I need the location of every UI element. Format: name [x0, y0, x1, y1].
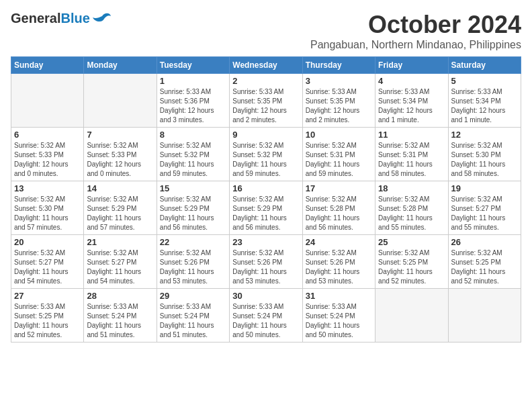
- day-cell: 18Sunrise: 5:32 AM Sunset: 5:28 PM Dayli…: [375, 181, 448, 235]
- day-cell: 11Sunrise: 5:32 AM Sunset: 5:31 PM Dayli…: [375, 128, 448, 181]
- day-cell: 25Sunrise: 5:32 AM Sunset: 5:25 PM Dayli…: [375, 235, 448, 289]
- day-cell: 5Sunrise: 5:33 AM Sunset: 5:34 PM Daylig…: [448, 74, 521, 128]
- day-cell: 13Sunrise: 5:32 AM Sunset: 5:30 PM Dayli…: [11, 181, 84, 235]
- day-number: 21: [87, 237, 153, 247]
- location-subtitle: Pangabuan, Northern Mindanao, Philippine…: [310, 39, 521, 51]
- day-cell: 16Sunrise: 5:32 AM Sunset: 5:29 PM Dayli…: [230, 181, 302, 235]
- day-number: 29: [160, 291, 226, 301]
- day-number: 19: [451, 183, 518, 193]
- day-cell: 15Sunrise: 5:32 AM Sunset: 5:29 PM Dayli…: [157, 181, 229, 235]
- day-cell: [84, 74, 157, 128]
- day-info: Sunrise: 5:32 AM Sunset: 5:30 PM Dayligh…: [14, 195, 81, 232]
- day-info: Sunrise: 5:32 AM Sunset: 5:28 PM Dayligh…: [306, 195, 372, 232]
- week-row-1: 1Sunrise: 5:33 AM Sunset: 5:36 PM Daylig…: [11, 74, 521, 128]
- week-row-5: 27Sunrise: 5:33 AM Sunset: 5:25 PM Dayli…: [11, 289, 521, 342]
- day-cell: [11, 74, 84, 128]
- col-header-saturday: Saturday: [448, 57, 521, 74]
- day-number: 5: [451, 76, 518, 86]
- day-number: 17: [306, 183, 372, 193]
- logo-bird-icon: [93, 11, 112, 26]
- day-number: 20: [14, 237, 81, 247]
- day-number: 16: [232, 183, 299, 193]
- day-cell: 12Sunrise: 5:32 AM Sunset: 5:30 PM Dayli…: [448, 128, 521, 181]
- day-info: Sunrise: 5:32 AM Sunset: 5:33 PM Dayligh…: [87, 141, 153, 179]
- day-cell: [448, 289, 521, 342]
- day-number: 26: [451, 237, 518, 247]
- day-number: 3: [306, 76, 372, 86]
- day-info: Sunrise: 5:33 AM Sunset: 5:24 PM Dayligh…: [306, 302, 372, 340]
- day-cell: 27Sunrise: 5:33 AM Sunset: 5:25 PM Dayli…: [11, 289, 84, 342]
- day-cell: 14Sunrise: 5:32 AM Sunset: 5:29 PM Dayli…: [84, 181, 157, 235]
- month-title: October 2024: [310, 11, 521, 39]
- day-info: Sunrise: 5:33 AM Sunset: 5:36 PM Dayligh…: [160, 87, 226, 125]
- day-number: 6: [14, 130, 81, 140]
- day-number: 12: [451, 130, 518, 140]
- logo-blue: Blue: [60, 11, 89, 26]
- day-cell: [375, 289, 448, 342]
- day-cell: 29Sunrise: 5:33 AM Sunset: 5:24 PM Dayli…: [157, 289, 229, 342]
- title-block: October 2024 Pangabuan, Northern Mindana…: [310, 11, 521, 51]
- day-number: 15: [160, 183, 226, 193]
- day-info: Sunrise: 5:32 AM Sunset: 5:31 PM Dayligh…: [378, 141, 445, 179]
- day-cell: 28Sunrise: 5:33 AM Sunset: 5:24 PM Dayli…: [84, 289, 157, 342]
- day-number: 23: [232, 237, 299, 247]
- day-info: Sunrise: 5:32 AM Sunset: 5:31 PM Dayligh…: [306, 141, 372, 179]
- col-header-monday: Monday: [84, 57, 157, 74]
- day-number: 30: [232, 291, 299, 301]
- day-info: Sunrise: 5:33 AM Sunset: 5:25 PM Dayligh…: [14, 302, 81, 340]
- col-header-friday: Friday: [375, 57, 448, 74]
- day-info: Sunrise: 5:32 AM Sunset: 5:33 PM Dayligh…: [14, 141, 81, 179]
- day-number: 8: [160, 130, 226, 140]
- week-row-4: 20Sunrise: 5:32 AM Sunset: 5:27 PM Dayli…: [11, 235, 521, 289]
- day-cell: 21Sunrise: 5:32 AM Sunset: 5:27 PM Dayli…: [84, 235, 157, 289]
- day-number: 4: [378, 76, 445, 86]
- day-info: Sunrise: 5:33 AM Sunset: 5:35 PM Dayligh…: [306, 87, 372, 125]
- day-cell: 19Sunrise: 5:32 AM Sunset: 5:27 PM Dayli…: [448, 181, 521, 235]
- day-number: 14: [87, 183, 153, 193]
- day-cell: 9Sunrise: 5:32 AM Sunset: 5:32 PM Daylig…: [230, 128, 302, 181]
- day-info: Sunrise: 5:32 AM Sunset: 5:28 PM Dayligh…: [378, 195, 445, 232]
- day-cell: 20Sunrise: 5:32 AM Sunset: 5:27 PM Dayli…: [11, 235, 84, 289]
- day-cell: 7Sunrise: 5:32 AM Sunset: 5:33 PM Daylig…: [84, 128, 157, 181]
- day-cell: 31Sunrise: 5:33 AM Sunset: 5:24 PM Dayli…: [302, 289, 375, 342]
- day-number: 18: [378, 183, 445, 193]
- col-header-wednesday: Wednesday: [230, 57, 302, 74]
- header-row: SundayMondayTuesdayWednesdayThursdayFrid…: [11, 57, 521, 74]
- day-info: Sunrise: 5:33 AM Sunset: 5:34 PM Dayligh…: [451, 87, 518, 125]
- day-info: Sunrise: 5:32 AM Sunset: 5:30 PM Dayligh…: [451, 141, 518, 179]
- day-number: 27: [14, 291, 81, 301]
- day-info: Sunrise: 5:32 AM Sunset: 5:26 PM Dayligh…: [160, 248, 226, 286]
- week-row-2: 6Sunrise: 5:32 AM Sunset: 5:33 PM Daylig…: [11, 128, 521, 181]
- day-number: 28: [87, 291, 153, 301]
- day-info: Sunrise: 5:32 AM Sunset: 5:25 PM Dayligh…: [378, 248, 445, 286]
- day-info: Sunrise: 5:33 AM Sunset: 5:35 PM Dayligh…: [232, 87, 299, 125]
- day-info: Sunrise: 5:32 AM Sunset: 5:29 PM Dayligh…: [87, 195, 153, 232]
- day-cell: 24Sunrise: 5:32 AM Sunset: 5:26 PM Dayli…: [302, 235, 375, 289]
- day-number: 11: [378, 130, 445, 140]
- day-number: 10: [306, 130, 372, 140]
- day-number: 25: [378, 237, 445, 247]
- day-number: 22: [160, 237, 226, 247]
- day-info: Sunrise: 5:32 AM Sunset: 5:27 PM Dayligh…: [14, 248, 81, 286]
- col-header-sunday: Sunday: [11, 57, 84, 74]
- day-info: Sunrise: 5:33 AM Sunset: 5:24 PM Dayligh…: [87, 302, 153, 340]
- day-number: 13: [14, 183, 81, 193]
- day-cell: 23Sunrise: 5:32 AM Sunset: 5:26 PM Dayli…: [230, 235, 302, 289]
- calendar-table: SundayMondayTuesdayWednesdayThursdayFrid…: [11, 56, 521, 342]
- day-info: Sunrise: 5:32 AM Sunset: 5:29 PM Dayligh…: [232, 195, 299, 232]
- day-cell: 1Sunrise: 5:33 AM Sunset: 5:36 PM Daylig…: [157, 74, 229, 128]
- day-number: 1: [160, 76, 226, 86]
- day-cell: 26Sunrise: 5:32 AM Sunset: 5:25 PM Dayli…: [448, 235, 521, 289]
- week-row-3: 13Sunrise: 5:32 AM Sunset: 5:30 PM Dayli…: [11, 181, 521, 235]
- logo: GeneralBlue: [11, 11, 112, 26]
- page-header: GeneralBlue October 2024 Pangabuan, Nort…: [11, 11, 521, 51]
- day-info: Sunrise: 5:32 AM Sunset: 5:27 PM Dayligh…: [87, 248, 153, 286]
- day-cell: 8Sunrise: 5:32 AM Sunset: 5:32 PM Daylig…: [157, 128, 229, 181]
- day-info: Sunrise: 5:32 AM Sunset: 5:25 PM Dayligh…: [451, 248, 518, 286]
- col-header-tuesday: Tuesday: [157, 57, 229, 74]
- day-number: 7: [87, 130, 153, 140]
- col-header-thursday: Thursday: [302, 57, 375, 74]
- day-info: Sunrise: 5:32 AM Sunset: 5:26 PM Dayligh…: [232, 248, 299, 286]
- day-info: Sunrise: 5:32 AM Sunset: 5:29 PM Dayligh…: [160, 195, 226, 232]
- day-cell: 2Sunrise: 5:33 AM Sunset: 5:35 PM Daylig…: [230, 74, 302, 128]
